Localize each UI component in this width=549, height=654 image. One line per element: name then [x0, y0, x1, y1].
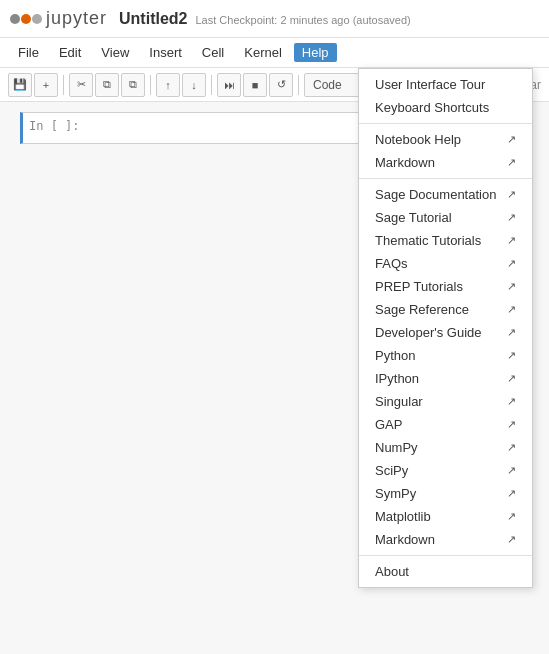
sage-ref-label: Sage Reference	[375, 302, 469, 317]
ext-icon-13: ↗	[507, 418, 516, 431]
dropdown-item-markdown-1[interactable]: Markdown ↗	[359, 151, 532, 174]
ext-icon-17: ↗	[507, 510, 516, 523]
dropdown-item-markdown-2[interactable]: Markdown ↗	[359, 528, 532, 551]
python-label: Python	[375, 348, 415, 363]
ext-icon-11: ↗	[507, 372, 516, 385]
dropdown-item-sage-tutorial[interactable]: Sage Tutorial ↗	[359, 206, 532, 229]
ext-icon-5: ↗	[507, 234, 516, 247]
divider-1	[359, 123, 532, 124]
gap-label: GAP	[375, 417, 402, 432]
scipy-label: SciPy	[375, 463, 408, 478]
dropdown-item-singular[interactable]: Singular ↗	[359, 390, 532, 413]
separator-3	[211, 75, 212, 95]
dropdown-item-ui-tour[interactable]: User Interface Tour	[359, 73, 532, 96]
matplotlib-label: Matplotlib	[375, 509, 431, 524]
singular-label: Singular	[375, 394, 423, 409]
dropdown-item-sage-ref[interactable]: Sage Reference ↗	[359, 298, 532, 321]
menu-cell[interactable]: Cell	[194, 43, 232, 62]
numpy-label: NumPy	[375, 440, 418, 455]
dropdown-item-matplotlib[interactable]: Matplotlib ↗	[359, 505, 532, 528]
jupyter-circles	[10, 14, 42, 24]
dropdown-item-notebook-help[interactable]: Notebook Help ↗	[359, 128, 532, 151]
keyboard-label: Keyboard Shortcuts	[375, 100, 489, 115]
jupyter-logo: jupyter	[10, 8, 107, 29]
ext-icon-16: ↗	[507, 487, 516, 500]
sympy-label: SymPy	[375, 486, 416, 501]
dropdown-item-faqs[interactable]: FAQs ↗	[359, 252, 532, 275]
help-dropdown: User Interface Tour Keyboard Shortcuts N…	[358, 68, 533, 588]
cut-button[interactable]: ✂	[69, 73, 93, 97]
stop-button[interactable]: ■	[243, 73, 267, 97]
jupyter-brand: jupyter	[46, 8, 107, 29]
ext-icon-9: ↗	[507, 326, 516, 339]
skip-button[interactable]: ⏭	[217, 73, 241, 97]
circle-2	[21, 14, 31, 24]
ext-icon-14: ↗	[507, 441, 516, 454]
notebook-title[interactable]: Untitled2	[119, 10, 187, 28]
dropdown-item-scipy[interactable]: SciPy ↗	[359, 459, 532, 482]
separator-4	[298, 75, 299, 95]
circle-1	[10, 14, 20, 24]
ext-icon-15: ↗	[507, 464, 516, 477]
checkpoint-text: Last Checkpoint: 2 minutes ago (autosave…	[195, 14, 410, 26]
markdown-1-label: Markdown	[375, 155, 435, 170]
top-bar: jupyter Untitled2 Last Checkpoint: 2 min…	[0, 0, 549, 38]
ext-icon-2: ↗	[507, 156, 516, 169]
menu-help[interactable]: Help	[294, 43, 337, 62]
ext-icon-10: ↗	[507, 349, 516, 362]
dropdown-item-about[interactable]: About	[359, 560, 532, 583]
move-down-button[interactable]: ↓	[182, 73, 206, 97]
dropdown-item-python[interactable]: Python ↗	[359, 344, 532, 367]
move-up-button[interactable]: ↑	[156, 73, 180, 97]
separator-1	[63, 75, 64, 95]
menu-insert[interactable]: Insert	[141, 43, 190, 62]
divider-3	[359, 555, 532, 556]
separator-2	[150, 75, 151, 95]
divider-2	[359, 178, 532, 179]
dev-guide-label: Developer's Guide	[375, 325, 482, 340]
dropdown-item-ipython[interactable]: IPython ↗	[359, 367, 532, 390]
menu-bar: File Edit View Insert Cell Kernel Help	[0, 38, 549, 68]
markdown-2-label: Markdown	[375, 532, 435, 547]
save-button[interactable]: 💾	[8, 73, 32, 97]
dropdown-item-sympy[interactable]: SymPy ↗	[359, 482, 532, 505]
menu-file[interactable]: File	[10, 43, 47, 62]
ipython-label: IPython	[375, 371, 419, 386]
dropdown-item-sage-doc[interactable]: Sage Documentation ↗	[359, 183, 532, 206]
ext-icon-8: ↗	[507, 303, 516, 316]
circle-3	[32, 14, 42, 24]
ext-icon-3: ↗	[507, 188, 516, 201]
dropdown-item-gap[interactable]: GAP ↗	[359, 413, 532, 436]
dropdown-item-thematic[interactable]: Thematic Tutorials ↗	[359, 229, 532, 252]
menu-edit[interactable]: Edit	[51, 43, 89, 62]
dropdown-item-dev-guide[interactable]: Developer's Guide ↗	[359, 321, 532, 344]
dropdown-item-numpy[interactable]: NumPy ↗	[359, 436, 532, 459]
ext-icon-4: ↗	[507, 211, 516, 224]
prep-label: PREP Tutorials	[375, 279, 463, 294]
ext-icon-7: ↗	[507, 280, 516, 293]
add-cell-button[interactable]: +	[34, 73, 58, 97]
thematic-label: Thematic Tutorials	[375, 233, 481, 248]
paste-button[interactable]: ⧉	[121, 73, 145, 97]
faqs-label: FAQs	[375, 256, 408, 271]
copy-button[interactable]: ⧉	[95, 73, 119, 97]
ui-tour-label: User Interface Tour	[375, 77, 485, 92]
dropdown-item-keyboard[interactable]: Keyboard Shortcuts	[359, 96, 532, 119]
ext-icon-18: ↗	[507, 533, 516, 546]
notebook-help-label: Notebook Help	[375, 132, 461, 147]
cell-prompt: In [ ]:	[29, 117, 109, 133]
sage-tutorial-label: Sage Tutorial	[375, 210, 452, 225]
dropdown-item-prep[interactable]: PREP Tutorials ↗	[359, 275, 532, 298]
sage-doc-label: Sage Documentation	[375, 187, 496, 202]
restart-button[interactable]: ↺	[269, 73, 293, 97]
about-label: About	[375, 564, 409, 579]
ext-icon-6: ↗	[507, 257, 516, 270]
menu-kernel[interactable]: Kernel	[236, 43, 290, 62]
menu-view[interactable]: View	[93, 43, 137, 62]
ext-icon-1: ↗	[507, 133, 516, 146]
ext-icon-12: ↗	[507, 395, 516, 408]
